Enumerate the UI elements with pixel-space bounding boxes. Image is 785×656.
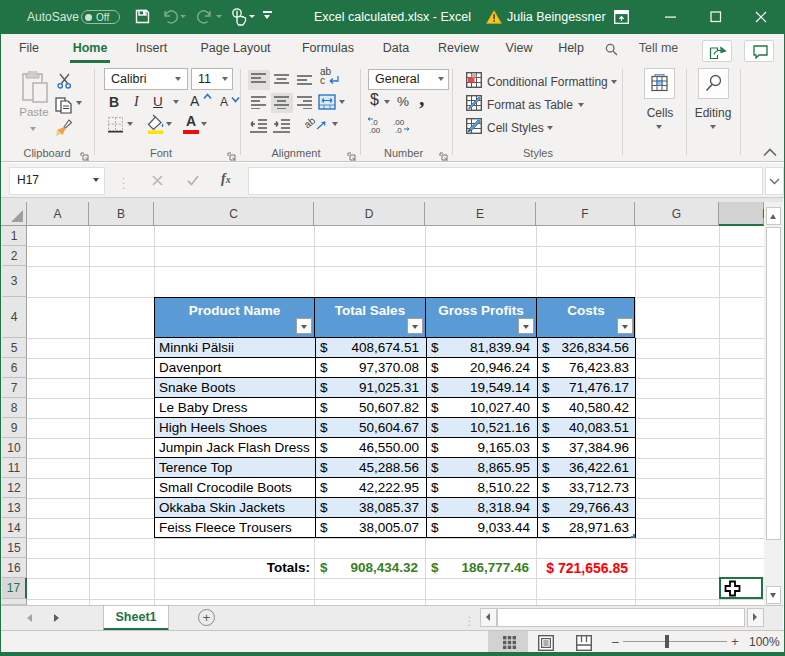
svg-text:.00: .00 xyxy=(369,126,381,134)
svg-text:.0: .0 xyxy=(395,126,402,134)
